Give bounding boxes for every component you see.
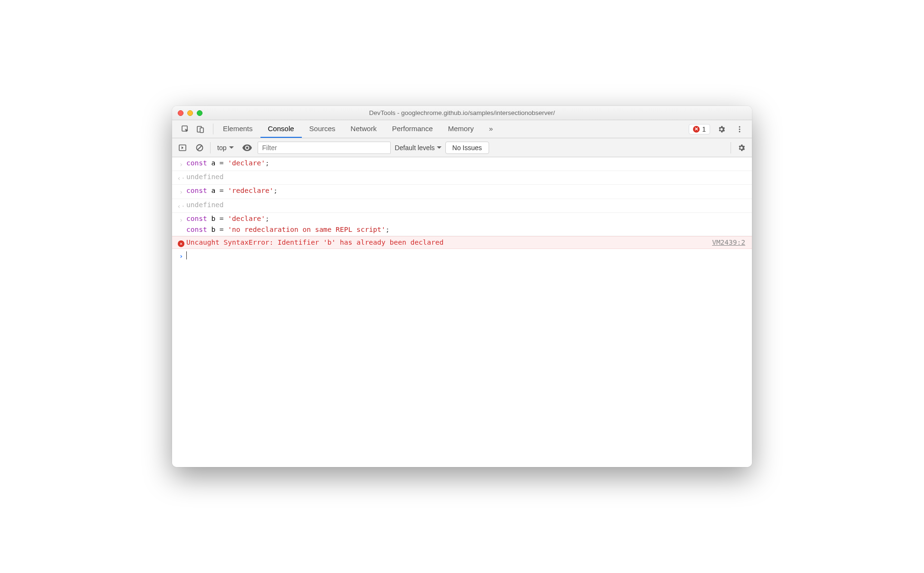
- console-result-row: ‹· undefined: [172, 171, 752, 185]
- tab-console[interactable]: Console: [260, 120, 302, 138]
- error-message: Uncaught SyntaxError: Identifier 'b' has…: [186, 237, 712, 248]
- console-input-row: › const a = 'redeclare';: [172, 185, 752, 199]
- device-toolbar-icon[interactable]: [194, 123, 207, 136]
- clear-console-icon[interactable]: [193, 141, 206, 154]
- context-label: top: [217, 144, 226, 152]
- window-title: DevTools - googlechrome.github.io/sample…: [172, 109, 752, 116]
- chevron-right-icon: ›: [179, 187, 183, 198]
- console-filter-bar: top Default levels No Issues: [172, 138, 752, 157]
- tab-elements[interactable]: Elements: [215, 120, 260, 138]
- chevron-left-icon: ‹·: [177, 173, 185, 184]
- console-result: undefined: [186, 172, 748, 182]
- close-window-button[interactable]: [178, 110, 183, 116]
- svg-point-5: [739, 131, 741, 132]
- inspect-element-icon[interactable]: [179, 123, 192, 136]
- svg-rect-2: [200, 128, 203, 133]
- context-selector[interactable]: top: [214, 144, 237, 152]
- console-output: › const a = 'declare'; ‹· undefined › co…: [172, 157, 752, 467]
- tab-memory[interactable]: Memory: [441, 120, 481, 138]
- issues-button[interactable]: No Issues: [445, 142, 489, 154]
- console-code: const a = 'declare';: [186, 158, 748, 169]
- chevron-right-icon: ›: [179, 251, 183, 262]
- error-count: 1: [702, 125, 706, 133]
- console-code: const b = 'declare'; const b = 'no redec…: [186, 213, 748, 235]
- console-prompt-row[interactable]: ›: [172, 249, 752, 262]
- svg-point-3: [739, 126, 741, 127]
- console-prompt[interactable]: [186, 249, 748, 260]
- error-count-badge[interactable]: ✕ 1: [689, 124, 710, 134]
- console-input-row: › const a = 'declare';: [172, 157, 752, 171]
- error-source-link[interactable]: VM2439:2: [712, 237, 745, 248]
- panel-tabs: Elements Console Sources Network Perform…: [215, 120, 500, 138]
- tab-more[interactable]: »: [481, 120, 500, 138]
- tab-performance[interactable]: Performance: [385, 120, 441, 138]
- console-input-row: › const b = 'declare'; const b = 'no red…: [172, 213, 752, 236]
- minimize-window-button[interactable]: [187, 110, 193, 116]
- devtools-window: DevTools - googlechrome.github.io/sample…: [172, 106, 752, 467]
- error-icon: ✕: [693, 126, 700, 133]
- console-code: const a = 'redeclare';: [186, 185, 748, 196]
- tab-sources[interactable]: Sources: [302, 120, 343, 138]
- console-result-row: ‹· undefined: [172, 199, 752, 213]
- window-controls: [172, 110, 202, 116]
- live-expression-icon[interactable]: [241, 141, 254, 154]
- svg-line-8: [198, 145, 202, 150]
- filter-input[interactable]: [258, 142, 391, 154]
- more-options-icon[interactable]: [733, 123, 746, 136]
- maximize-window-button[interactable]: [197, 110, 202, 116]
- tab-network[interactable]: Network: [343, 120, 385, 138]
- console-settings-icon[interactable]: [735, 141, 748, 154]
- log-levels-selector[interactable]: Default levels: [395, 144, 441, 152]
- console-result: undefined: [186, 200, 748, 210]
- error-icon: ✕: [178, 240, 184, 247]
- sidebar-toggle-icon[interactable]: [176, 141, 189, 154]
- chevron-right-icon: ›: [179, 215, 183, 226]
- toolbar: Elements Console Sources Network Perform…: [172, 120, 752, 138]
- settings-icon[interactable]: [715, 123, 728, 136]
- chevron-right-icon: ›: [179, 159, 183, 170]
- log-levels-label: Default levels: [395, 144, 434, 152]
- svg-point-4: [739, 128, 741, 130]
- console-error-row: ✕ Uncaught SyntaxError: Identifier 'b' h…: [172, 236, 752, 249]
- titlebar: DevTools - googlechrome.github.io/sample…: [172, 106, 752, 120]
- chevron-left-icon: ‹·: [177, 201, 185, 212]
